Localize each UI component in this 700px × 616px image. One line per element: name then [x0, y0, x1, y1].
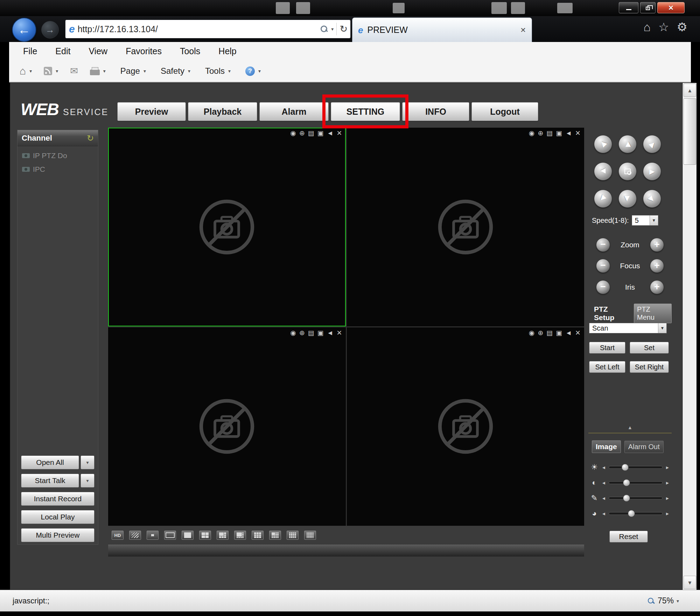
- ptz-up-button[interactable]: ▶: [618, 135, 637, 153]
- eye-icon[interactable]: ◉: [290, 130, 296, 136]
- menu-tools[interactable]: Tools: [171, 46, 209, 56]
- saturation-slider[interactable]: [609, 497, 663, 500]
- split-13-button[interactable]: [269, 531, 281, 540]
- ptz-area-scan-button[interactable]: [618, 162, 637, 180]
- close-icon[interactable]: ✕: [337, 130, 342, 136]
- page-scrollbar[interactable]: ▲ ▼: [682, 83, 696, 590]
- slider-thumb[interactable]: [623, 479, 630, 486]
- multi-preview-button[interactable]: Multi Preview: [21, 528, 94, 542]
- audio-icon[interactable]: ◄: [327, 330, 334, 336]
- record-icon[interactable]: ▤: [546, 130, 553, 136]
- refresh-channels-icon[interactable]: ↻: [87, 133, 94, 143]
- ptz-left-button[interactable]: ▶: [594, 162, 612, 180]
- increase-icon[interactable]: [665, 465, 670, 470]
- menu-edit[interactable]: Edit: [46, 46, 79, 56]
- tab-ptz-menu[interactable]: PTZ Menu: [634, 304, 672, 323]
- open-all-button[interactable]: Open All: [21, 455, 79, 469]
- page-dropdown-icon[interactable]: [144, 69, 146, 73]
- page-menu[interactable]: Page: [120, 66, 140, 76]
- close-window-button[interactable]: ✕: [657, 2, 685, 13]
- set-button[interactable]: Set: [630, 342, 669, 354]
- home-icon[interactable]: ⌂: [20, 66, 26, 76]
- tab-close-icon[interactable]: ✕: [520, 26, 526, 34]
- address-dropdown-icon[interactable]: [331, 27, 334, 31]
- digital-zoom-icon[interactable]: ⊕: [299, 330, 305, 336]
- minimize-button[interactable]: [619, 2, 638, 13]
- zoom-dropdown-icon[interactable]: [677, 599, 679, 603]
- split-25-button[interactable]: [304, 531, 316, 540]
- menu-view[interactable]: View: [79, 46, 117, 56]
- home-icon[interactable]: ⌂: [643, 21, 651, 33]
- digital-zoom-icon[interactable]: ⊕: [538, 330, 543, 336]
- start-talk-button[interactable]: Start Talk: [21, 474, 79, 488]
- set-left-button[interactable]: Set Left: [589, 361, 625, 373]
- digital-zoom-icon[interactable]: ⊕: [538, 130, 543, 136]
- menu-help[interactable]: Help: [209, 46, 245, 56]
- snapshot-icon[interactable]: ▣: [556, 130, 562, 136]
- window-titlebar[interactable]: ✕: [0, 0, 700, 16]
- feeds-icon[interactable]: [44, 67, 52, 75]
- tab-ptz-setup[interactable]: PTZ Setup: [592, 304, 631, 323]
- split-16-button[interactable]: [287, 531, 299, 540]
- ptz-up-left-button[interactable]: ▶: [594, 135, 612, 153]
- increase-icon[interactable]: [665, 496, 670, 501]
- forward-button[interactable]: →: [41, 21, 59, 38]
- home-dropdown-icon[interactable]: [29, 69, 32, 73]
- help-dropdown-icon[interactable]: [258, 69, 261, 73]
- tab-image[interactable]: Image: [592, 440, 621, 453]
- audio-icon[interactable]: ◄: [565, 130, 572, 136]
- stream-switch-button[interactable]: [129, 531, 141, 540]
- audio-icon[interactable]: ◄: [565, 330, 572, 336]
- ptz-right-button[interactable]: ▶: [643, 162, 661, 180]
- ptz-down-button[interactable]: ▶: [618, 190, 637, 208]
- print-icon[interactable]: [90, 70, 100, 75]
- snapshot-icon[interactable]: ▣: [317, 330, 324, 336]
- tab-alarm[interactable]: Alarm: [259, 102, 329, 121]
- url-text[interactable]: http://172.16.13.104/: [78, 24, 317, 34]
- decrease-icon[interactable]: [601, 511, 607, 516]
- tab-info[interactable]: INFO: [402, 102, 469, 121]
- fullscreen-button[interactable]: [147, 531, 159, 540]
- eye-icon[interactable]: ◉: [290, 330, 296, 336]
- tab-playback[interactable]: Playback: [188, 102, 257, 121]
- mail-icon[interactable]: ✉: [70, 66, 78, 76]
- start-button[interactable]: Start: [589, 342, 625, 354]
- eye-icon[interactable]: ◉: [529, 330, 535, 336]
- maximize-button[interactable]: [640, 2, 656, 13]
- browser-tab[interactable]: e PREVIEW ✕: [352, 17, 532, 42]
- scroll-up-icon[interactable]: ▲: [684, 84, 696, 97]
- menu-favorites[interactable]: Favorites: [117, 46, 171, 56]
- tab-preview[interactable]: Preview: [117, 102, 186, 121]
- video-cell-1[interactable]: ◉⊕▤▣◄✕: [108, 128, 346, 326]
- audio-icon[interactable]: ◄: [327, 130, 334, 136]
- settings-gear-icon[interactable]: ⚙: [677, 21, 687, 33]
- split-8-button[interactable]: [234, 531, 246, 540]
- zoom-in-button[interactable]: [650, 238, 664, 252]
- start-talk-dropdown-button[interactable]: [80, 474, 94, 488]
- decrease-icon[interactable]: [601, 496, 607, 501]
- iris-minus-button[interactable]: [596, 280, 610, 294]
- decrease-icon[interactable]: [601, 481, 607, 485]
- collapse-panel-icon[interactable]: ▲: [588, 425, 672, 430]
- decrease-icon[interactable]: [601, 465, 607, 470]
- help-icon[interactable]: ?: [245, 66, 255, 76]
- tools-dropdown-icon[interactable]: [228, 69, 231, 73]
- tab-setting[interactable]: SETTING: [331, 102, 400, 121]
- increase-icon[interactable]: [665, 511, 670, 516]
- video-cell-4[interactable]: ◉⊕▤▣◄✕: [347, 327, 584, 526]
- brightness-slider[interactable]: [609, 466, 663, 469]
- increase-icon[interactable]: [665, 481, 670, 485]
- channel-item-ipc[interactable]: IPC: [18, 165, 98, 174]
- refresh-icon[interactable]: ↻: [340, 24, 348, 34]
- print-dropdown-icon[interactable]: [103, 69, 106, 73]
- channel-item-ip-ptz[interactable]: IP PTZ Do: [18, 151, 98, 160]
- ptz-function-select[interactable]: Scan: [589, 323, 667, 333]
- digital-zoom-icon[interactable]: ⊕: [299, 130, 305, 136]
- video-cell-3[interactable]: ◉⊕▤▣◄✕: [108, 327, 346, 526]
- split-6-button[interactable]: [217, 531, 229, 540]
- split-1-button[interactable]: [182, 531, 194, 540]
- video-cell-2[interactable]: ◉⊕▤▣◄✕: [347, 128, 584, 326]
- record-icon[interactable]: ▤: [308, 130, 314, 136]
- ptz-up-right-button[interactable]: ▶: [643, 135, 661, 153]
- address-bar[interactable]: e http://172.16.13.104/ ↻: [65, 20, 351, 38]
